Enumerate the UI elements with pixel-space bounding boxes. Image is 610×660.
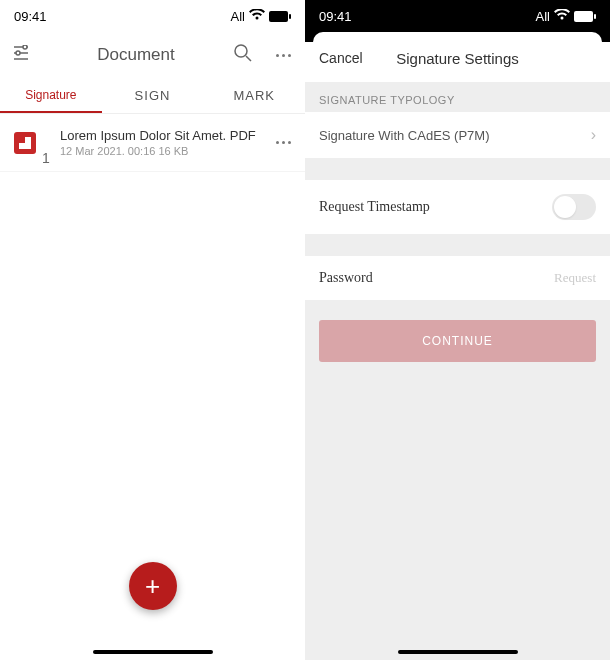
plus-icon: + xyxy=(145,571,160,602)
more-icon[interactable] xyxy=(276,54,291,57)
status-network: All xyxy=(231,9,245,24)
phone-right: 09:41 All Cancel Signature Settings SIGN… xyxy=(305,0,610,660)
svg-rect-5 xyxy=(574,11,593,22)
svg-point-4 xyxy=(235,45,247,57)
cancel-button[interactable]: Cancel xyxy=(319,50,363,66)
pdf-icon xyxy=(14,132,36,154)
modal-title: Signature Settings xyxy=(396,50,519,67)
file-number: 1 xyxy=(42,150,50,166)
battery-icon xyxy=(574,11,596,22)
continue-button[interactable]: CONTINUE xyxy=(319,320,596,362)
svg-point-3 xyxy=(16,51,20,55)
filter-icon[interactable] xyxy=(14,45,38,65)
svg-rect-0 xyxy=(269,11,288,22)
tab-signature[interactable]: Signature xyxy=(0,78,102,113)
file-info: Lorem Ipsum Dolor Sit Amet. PDF 12 Mar 2… xyxy=(60,128,264,157)
status-right: All xyxy=(536,9,596,24)
file-meta: 12 Mar 2021. 00:16 16 KB xyxy=(60,145,264,157)
wifi-icon xyxy=(249,9,265,24)
gap xyxy=(305,158,610,180)
status-right: All xyxy=(231,9,291,24)
chevron-right-icon: › xyxy=(591,126,596,144)
status-network: All xyxy=(536,9,550,24)
section-typology-label: SIGNATURE TYPOLOGY xyxy=(305,82,610,112)
search-icon[interactable] xyxy=(234,44,258,66)
tabs: Signature SIGN MARK xyxy=(0,78,305,114)
battery-icon xyxy=(269,11,291,22)
app-header: Document xyxy=(0,32,305,78)
svg-rect-6 xyxy=(594,14,596,19)
gap xyxy=(305,234,610,256)
tab-sign[interactable]: SIGN xyxy=(102,78,204,113)
password-placeholder: Request xyxy=(554,270,596,286)
password-row[interactable]: Password Request xyxy=(305,256,610,300)
status-time: 09:41 xyxy=(319,9,352,24)
tab-mark[interactable]: MARK xyxy=(203,78,305,113)
typology-value: Signature With CAdES (P7M) xyxy=(319,128,490,143)
status-time: 09:41 xyxy=(14,9,47,24)
home-indicator xyxy=(93,650,213,654)
wifi-icon xyxy=(554,9,570,24)
modal-header: Cancel Signature Settings xyxy=(305,42,610,82)
svg-point-2 xyxy=(23,45,27,49)
timestamp-row: Request Timestamp xyxy=(305,180,610,234)
status-bar: 09:41 All xyxy=(305,0,610,32)
timestamp-label: Request Timestamp xyxy=(319,199,430,215)
add-button[interactable]: + xyxy=(129,562,177,610)
file-row[interactable]: 1 Lorem Ipsum Dolor Sit Amet. PDF 12 Mar… xyxy=(0,114,305,172)
file-more-icon[interactable] xyxy=(276,141,291,144)
phone-left: 09:41 All Document Signature SIGN MARK xyxy=(0,0,305,660)
home-indicator xyxy=(398,650,518,654)
file-name: Lorem Ipsum Dolor Sit Amet. PDF xyxy=(60,128,264,143)
typology-row[interactable]: Signature With CAdES (P7M) › xyxy=(305,112,610,158)
svg-rect-1 xyxy=(289,14,291,19)
status-bar: 09:41 All xyxy=(0,0,305,32)
header-title: Document xyxy=(97,45,174,65)
timestamp-toggle[interactable] xyxy=(552,194,596,220)
password-label: Password xyxy=(319,270,373,286)
